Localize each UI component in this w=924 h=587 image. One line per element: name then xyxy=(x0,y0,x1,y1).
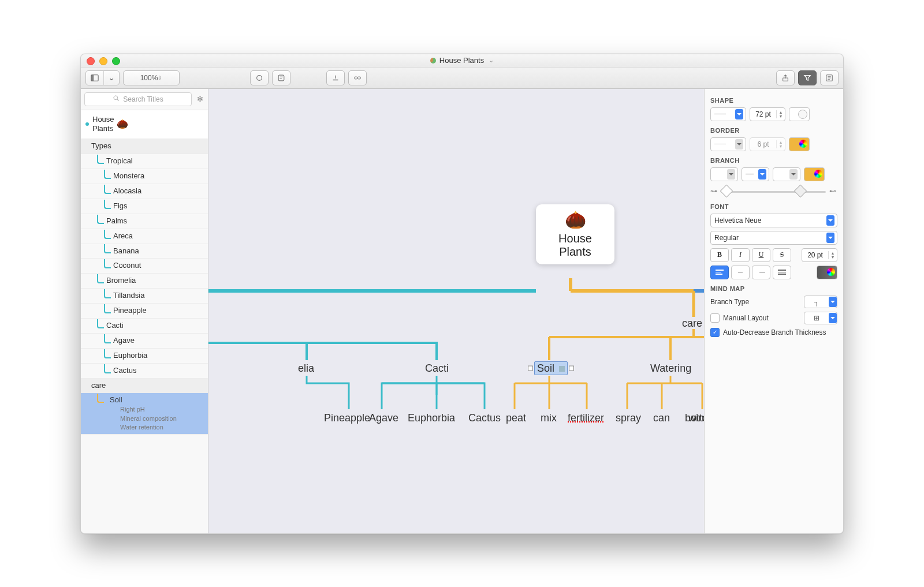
bold-button[interactable]: B xyxy=(710,248,729,262)
branch-end-select[interactable] xyxy=(773,167,800,181)
checkbox-off-icon xyxy=(710,313,720,323)
leaf-agave[interactable]: Agave xyxy=(369,412,398,424)
outline-euphorbia[interactable]: Euphorbia xyxy=(81,349,208,364)
align-right-button[interactable] xyxy=(752,266,770,279)
sidebar-toggle-icon[interactable] xyxy=(86,71,104,85)
slider-handle-icon[interactable] xyxy=(720,184,733,197)
outline-care[interactable]: care xyxy=(81,379,208,394)
leaf-fertilizer[interactable]: fertilizer xyxy=(568,412,604,424)
node-cacti[interactable]: Cacti xyxy=(425,362,449,375)
outline-tropical[interactable]: Tropical xyxy=(81,154,208,169)
branch-color-swatch[interactable] xyxy=(804,167,825,181)
view-segmented[interactable]: ⌄ xyxy=(85,70,120,85)
outline-soil-note1: Right pH xyxy=(97,405,145,414)
leaf-spray[interactable]: spray xyxy=(616,412,641,424)
share-button[interactable] xyxy=(776,70,795,85)
leaf-wind[interactable]: wind xyxy=(688,412,704,424)
auto-decrease-checkbox[interactable]: Auto-Decrease Branch Thickness xyxy=(710,328,826,337)
manual-layout-checkbox[interactable]: Manual Layout xyxy=(710,313,769,323)
gear-icon[interactable]: ✻ xyxy=(195,95,204,103)
branch-icon xyxy=(97,394,104,403)
outline-bromelia[interactable]: Bromelia xyxy=(81,274,208,289)
outline-palms[interactable]: Palms xyxy=(81,214,208,229)
outline-types[interactable]: Types xyxy=(81,139,208,154)
close-window-button[interactable] xyxy=(87,57,95,65)
leaf-pineapple[interactable]: Pineapple xyxy=(324,412,370,424)
outline-banana[interactable]: Banana xyxy=(81,244,208,259)
topic-insert-button[interactable] xyxy=(326,70,345,85)
strike-button[interactable]: S xyxy=(773,248,791,262)
outline-cacti[interactable]: Cacti xyxy=(81,319,208,334)
shape-size-field[interactable]: 72 pt▲▼ xyxy=(750,107,785,121)
outline-monstera[interactable]: Monstera xyxy=(81,169,208,184)
shape-fill-swatch[interactable] xyxy=(789,107,810,121)
border-size-field[interactable]: 6 pt▲▼ xyxy=(750,137,785,151)
border-color-swatch[interactable] xyxy=(789,137,810,151)
inspector-toggle-button[interactable] xyxy=(820,70,839,85)
branch-icon xyxy=(104,304,111,313)
font-size-field[interactable]: 20 pt▲▼ xyxy=(802,248,837,262)
underline-button[interactable]: U xyxy=(752,248,770,262)
zoom-select[interactable]: 100% ⇳ xyxy=(123,70,180,85)
search-input[interactable]: Search Titles xyxy=(84,92,192,106)
font-family-select[interactable]: Helvetica Neue xyxy=(710,214,837,227)
node-elia[interactable]: elia xyxy=(298,362,314,375)
resize-handle-icon[interactable] xyxy=(569,365,574,371)
leaf-cactus[interactable]: Cactus xyxy=(468,412,501,424)
window-controls xyxy=(87,57,120,65)
node-soil-selected[interactable]: Soil xyxy=(534,362,568,375)
document-title-text: House Plants xyxy=(439,56,484,65)
align-left-button[interactable] xyxy=(710,266,729,279)
root-node[interactable]: 🌰 House Plants xyxy=(536,204,614,264)
branch-icon xyxy=(104,289,111,298)
focus-button[interactable] xyxy=(250,70,269,85)
italic-button[interactable]: I xyxy=(731,248,750,262)
tree-bullet-icon xyxy=(85,122,89,126)
branch-start-select[interactable] xyxy=(710,167,738,181)
outline-cactus[interactable]: Cactus xyxy=(81,364,208,379)
leaf-mix[interactable]: mix xyxy=(541,412,557,424)
branch-icon xyxy=(97,319,104,328)
titlebar: House Plants ⌄ xyxy=(81,54,843,68)
border-style-select[interactable] xyxy=(710,137,746,151)
text-color-swatch[interactable] xyxy=(817,266,837,279)
branch-line-select[interactable] xyxy=(742,167,769,181)
note-button[interactable] xyxy=(272,70,290,85)
slider-handle-icon[interactable] xyxy=(794,184,807,197)
chevron-updown-icon: ⇳ xyxy=(158,75,162,81)
align-justify-button[interactable] xyxy=(773,266,791,279)
outline-agave[interactable]: Agave xyxy=(81,334,208,349)
font-weight-select[interactable]: Regular xyxy=(710,231,837,245)
outline-tillandsia[interactable]: Tillandsia xyxy=(81,289,208,304)
outline-soil-selected[interactable]: Soil Right pH Mineral composition Water … xyxy=(81,393,208,435)
filter-button[interactable] xyxy=(798,70,817,85)
leaf-can[interactable]: can xyxy=(653,412,670,424)
outline-pineapple[interactable]: Pineapple xyxy=(81,304,208,319)
svg-rect-1 xyxy=(91,74,94,81)
leaf-peat[interactable]: peat xyxy=(506,412,526,424)
document-title[interactable]: House Plants ⌄ xyxy=(430,56,494,65)
node-care[interactable]: care xyxy=(682,317,702,330)
shape-style-select[interactable] xyxy=(710,107,746,121)
outline-figs[interactable]: Figs xyxy=(81,199,208,214)
text-format-group: B I U S xyxy=(710,248,791,262)
outline-types-label: Types xyxy=(85,141,111,151)
layout-style-select[interactable]: ⊞ xyxy=(804,312,837,324)
svg-point-2 xyxy=(257,75,262,80)
chevron-down-icon[interactable]: ⌄ xyxy=(104,71,119,85)
mindmap-canvas[interactable]: 🌰 House Plants care elia Cacti Soil Wate… xyxy=(208,89,704,533)
outline-areca[interactable]: Areca xyxy=(81,229,208,244)
branch-thickness-slider[interactable] xyxy=(722,185,826,197)
minimize-window-button[interactable] xyxy=(99,57,107,65)
outline-alocasia[interactable]: Alocasia xyxy=(81,184,208,199)
align-center-button[interactable] xyxy=(731,266,750,279)
leaf-euphorbia[interactable]: Euphorbia xyxy=(408,412,455,424)
branch-type-select[interactable]: ┐ xyxy=(804,296,837,308)
link-button[interactable] xyxy=(348,70,367,85)
node-watering[interactable]: Watering xyxy=(650,362,691,375)
zoom-window-button[interactable] xyxy=(112,57,120,65)
outline-root[interactable]: House Plants 🌰 xyxy=(81,110,208,140)
resize-handle-icon[interactable] xyxy=(528,365,533,371)
outline-coconut[interactable]: Coconut xyxy=(81,259,208,274)
plant-icon: 🌰 xyxy=(117,118,128,130)
